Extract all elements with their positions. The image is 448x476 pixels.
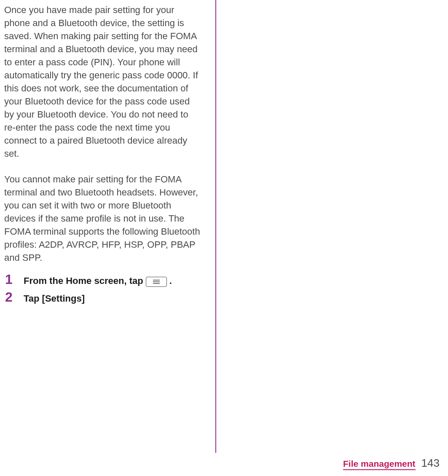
step-text-post: . (169, 274, 172, 288)
step-2: 2 Tap [Settings] (5, 289, 201, 305)
right-column (214, 0, 448, 453)
step-1: 1 From the Home screen, tap . (5, 272, 201, 288)
footer-section-label: File management (343, 459, 416, 470)
page-footer: File management 143 (343, 457, 440, 470)
paragraph-profile-info: You cannot make pair setting for the FOM… (4, 173, 201, 264)
steps-list: 1 From the Home screen, tap . 2 (4, 272, 201, 305)
step-text-pre: From the Home screen, tap (24, 274, 143, 288)
column-divider (215, 0, 216, 453)
page-container: Once you have made pair setting for your… (0, 0, 448, 453)
left-column: Once you have made pair setting for your… (0, 0, 214, 453)
step-text-pre: Tap [Settings] (24, 292, 85, 305)
step-number: 2 (5, 289, 24, 305)
step-instruction: Tap [Settings] (24, 292, 85, 305)
step-number: 1 (5, 272, 24, 287)
menu-key-icon (146, 277, 167, 287)
paragraph-pairing-info: Once you have made pair setting for your… (4, 3, 201, 160)
step-instruction: From the Home screen, tap . (24, 274, 172, 288)
footer-page-number: 143 (421, 457, 440, 470)
